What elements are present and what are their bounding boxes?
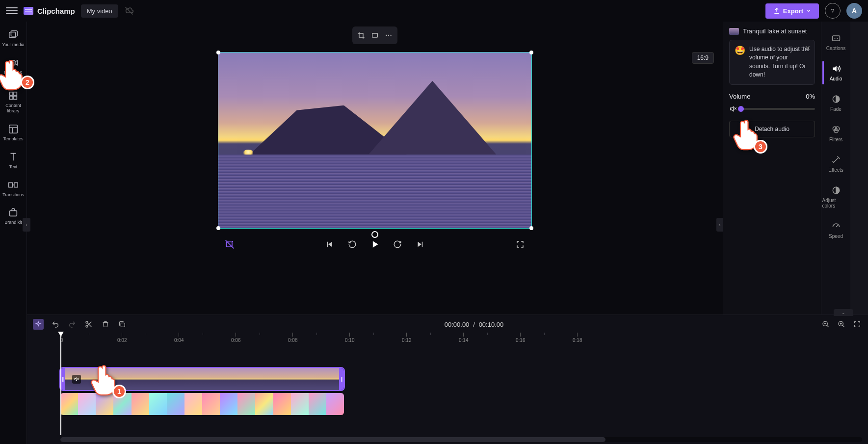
- preview-toolbar: [352, 26, 397, 44]
- clip-muted-icon: [72, 375, 81, 384]
- fullscreen-button[interactable]: [513, 237, 527, 251]
- clip-trim-right[interactable]: ∥: [339, 368, 344, 390]
- duplicate-button[interactable]: [117, 319, 127, 329]
- export-label: Export: [783, 7, 803, 15]
- svg-line-35: [827, 325, 828, 327]
- crop-icon: [357, 31, 365, 39]
- forward-button[interactable]: [391, 237, 404, 251]
- ruler-tick: 0:12: [402, 333, 411, 343]
- sync-off-icon: [124, 6, 134, 16]
- nav-text[interactable]: Text: [1, 148, 26, 174]
- tab-captions[interactable]: Captions: [822, 27, 850, 57]
- zoom-in-icon: [838, 320, 845, 328]
- svg-point-16: [388, 35, 389, 36]
- play-button[interactable]: [368, 237, 382, 251]
- templates-icon: [8, 124, 19, 134]
- volume-slider-thumb[interactable]: [738, 106, 744, 112]
- fit-tool[interactable]: [368, 28, 382, 42]
- ruler-tick: 0:18: [573, 333, 582, 343]
- tab-fade[interactable]: Fade: [822, 88, 850, 118]
- nav-content-library[interactable]: Content library: [1, 86, 26, 118]
- crop-tool[interactable]: [354, 28, 368, 42]
- zoom-out-button[interactable]: [821, 319, 831, 329]
- nav-templates[interactable]: Templates: [1, 120, 26, 146]
- mute-icon[interactable]: [729, 105, 737, 113]
- upload-icon: [773, 7, 780, 14]
- brandkit-icon: [8, 207, 19, 218]
- svg-rect-2: [11, 31, 17, 36]
- auto-compose-button[interactable]: [33, 319, 44, 330]
- audio-tip-card: 🤩 Use audio to adjust the volume of your…: [729, 40, 815, 85]
- trash-icon: [102, 320, 109, 328]
- timeline-scrollbar[interactable]: [60, 437, 862, 442]
- rewind-icon: [348, 240, 357, 249]
- svg-rect-4: [10, 92, 13, 95]
- media-icon: [8, 29, 19, 40]
- nav-your-media[interactable]: Your media: [1, 26, 26, 52]
- svg-point-31: [86, 325, 88, 327]
- user-avatar[interactable]: A: [846, 3, 862, 19]
- tab-speed[interactable]: Speed: [822, 215, 850, 245]
- text-icon: [8, 152, 19, 162]
- video-clip[interactable]: ∥ ∥: [60, 368, 344, 390]
- project-title[interactable]: My video: [81, 4, 118, 18]
- tab-audio[interactable]: Audio: [822, 58, 850, 87]
- svg-rect-14: [372, 33, 378, 37]
- resize-handle[interactable]: [216, 51, 220, 54]
- rewind-button[interactable]: [345, 237, 359, 251]
- timeline-scrollbar-thumb[interactable]: [60, 437, 605, 442]
- copy-icon: [118, 320, 126, 328]
- undo-button[interactable]: [51, 319, 60, 329]
- svg-rect-11: [9, 183, 12, 187]
- help-button[interactable]: ?: [825, 3, 841, 19]
- redo-button[interactable]: [67, 319, 77, 329]
- camera-icon: [8, 57, 19, 68]
- zoom-in-button[interactable]: [837, 319, 846, 329]
- tab-filters[interactable]: Filters: [822, 119, 850, 148]
- split-button[interactable]: [84, 319, 94, 329]
- forward-icon: [393, 240, 402, 249]
- ruler-tick: 0:10: [345, 333, 354, 343]
- svg-rect-5: [14, 92, 17, 95]
- more-tool[interactable]: [382, 28, 395, 42]
- nav-brand-kit[interactable]: Brand kit: [1, 203, 26, 229]
- svg-point-30: [86, 321, 88, 323]
- detach-audio-button[interactable]: Detach audio: [729, 121, 815, 137]
- tip-close-button[interactable]: ✕: [805, 44, 811, 52]
- preview-canvas[interactable]: [218, 52, 532, 229]
- brand-name: Clipchamp: [37, 7, 75, 15]
- timeline-ruler[interactable]: 00:020:040:060:080:100:120:140:160:18: [60, 333, 862, 344]
- svg-rect-6: [10, 96, 13, 99]
- zoom-out-icon: [822, 320, 830, 328]
- resize-handle[interactable]: [529, 51, 533, 54]
- undo-icon: [52, 320, 59, 328]
- playhead[interactable]: [60, 332, 61, 435]
- volume-slider[interactable]: [741, 108, 815, 110]
- svg-rect-3: [9, 60, 15, 65]
- menu-hamburger[interactable]: [6, 5, 18, 17]
- panel-expand-toggle[interactable]: ›: [716, 218, 723, 232]
- tab-effects[interactable]: Effects: [822, 149, 850, 179]
- zoom-fit-icon: [853, 320, 861, 328]
- more-icon: [385, 31, 393, 39]
- skip-end-button[interactable]: [413, 237, 427, 251]
- speed-icon: [831, 221, 841, 231]
- aspect-ratio-selector[interactable]: 16:9: [692, 52, 714, 64]
- audio-clip[interactable]: [60, 393, 344, 415]
- timeline-collapse-toggle[interactable]: ⌄: [834, 309, 853, 316]
- skip-start-button[interactable]: [323, 237, 337, 251]
- nav-record-create[interactable]: Record & create: [1, 53, 26, 85]
- export-button[interactable]: Export: [765, 3, 819, 19]
- clip-thumbnail-icon: [729, 28, 739, 35]
- nav-transitions[interactable]: Transitions: [1, 176, 26, 202]
- remove-bg-button[interactable]: [223, 237, 237, 251]
- tab-adjust-colors[interactable]: Adjust colors: [822, 180, 850, 214]
- volume-value: 0%: [806, 93, 815, 100]
- video-frame: [218, 52, 531, 228]
- svg-rect-24: [832, 36, 840, 41]
- delete-button[interactable]: [101, 319, 110, 329]
- library-icon: [8, 90, 19, 101]
- fullscreen-icon: [516, 240, 525, 249]
- zoom-fit-button[interactable]: [852, 319, 862, 329]
- svg-point-17: [391, 35, 392, 36]
